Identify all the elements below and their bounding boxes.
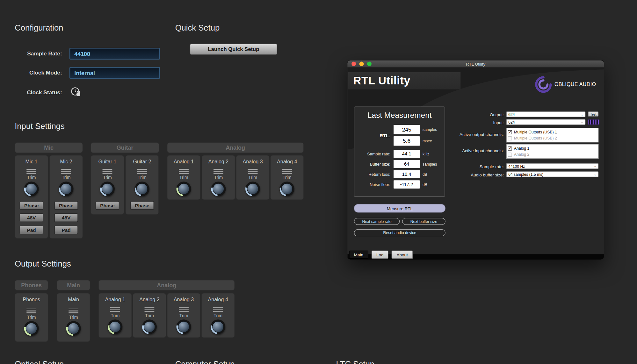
checkbox-unchecked-icon[interactable] — [508, 136, 512, 140]
knob-face — [178, 183, 190, 195]
rtl-samples-value: 245 — [394, 125, 420, 134]
sample-rate-dropdown[interactable]: 44100 Hz — [506, 163, 599, 169]
checkbox-checked-icon[interactable] — [508, 130, 512, 134]
channel-option[interactable]: Multiple Outputs (USB) 1 — [507, 129, 598, 135]
trim-knob[interactable] — [135, 182, 149, 196]
knob-face — [247, 183, 258, 195]
output-device-dropdown[interactable]: 624 — [506, 111, 586, 117]
window-titlebar[interactable]: RTL Utility — [347, 61, 604, 68]
trim-knob[interactable] — [211, 182, 226, 196]
channel-option[interactable]: Multiple Outputs (USB) 2 — [507, 135, 598, 141]
trim-label: Trim — [248, 175, 257, 181]
input-channel-mic-1: Mic 1 Trim Phase 48V Pad — [15, 155, 48, 239]
phase-button[interactable]: Phase — [96, 201, 119, 210]
tab-about[interactable]: About — [392, 251, 413, 259]
channel-label: Analog 3 — [242, 159, 263, 165]
checkbox-checked-icon[interactable] — [508, 146, 512, 150]
phantom-48v-button[interactable]: 48V — [54, 213, 78, 222]
trim-knob[interactable] — [24, 182, 39, 196]
trim-label: Trim — [179, 175, 188, 181]
trim-label: Trim — [283, 175, 292, 181]
clock-lock-icon — [70, 87, 81, 99]
trim-knob[interactable] — [280, 182, 294, 196]
channel-label: Analog 4 — [208, 296, 228, 303]
trim-knob[interactable] — [177, 319, 191, 334]
ltc-setup-title: LTC Setup — [336, 360, 374, 364]
trim-lines-icon — [179, 307, 189, 312]
channel-option[interactable]: Analog 1 — [507, 145, 598, 151]
trim-lines-icon — [61, 169, 71, 174]
output-channel-analog-4: Analog 4 Trim — [201, 293, 235, 338]
audio-control-app: Configuration Sample Rate: 44100 Clock M… — [0, 0, 637, 364]
trim-label: Trim — [69, 315, 78, 320]
channel-label: Mic 2 — [60, 159, 72, 165]
output-group-main: Main — [57, 280, 90, 290]
trim-label: Trim — [138, 175, 147, 181]
trim-knob[interactable] — [245, 182, 260, 196]
stat-unit: kHz — [423, 152, 429, 156]
clock-mode-field[interactable]: Internal — [69, 67, 160, 79]
checkbox-unchecked-icon[interactable] — [508, 153, 512, 157]
active-input-channels-list: Analog 1 Analog 2 — [506, 144, 599, 159]
trim-knob[interactable] — [59, 182, 74, 196]
trim-label: Trim — [27, 175, 36, 181]
phantom-48v-button[interactable]: 48V — [20, 213, 43, 222]
clock-status-label: Clock Status: — [8, 89, 62, 96]
output-channel-analog-2: Analog 2 Trim — [133, 293, 166, 338]
trim-knob[interactable] — [108, 319, 122, 334]
channel-label: Analog 1 — [174, 159, 194, 165]
output-channel-analog-1: Analog 1 Trim — [98, 293, 132, 338]
tab-main[interactable]: Main — [349, 251, 368, 259]
measure-rtl-button[interactable]: Measure RTL — [354, 204, 445, 213]
next-sample-rate-button[interactable]: Next sample rate — [354, 218, 400, 225]
reset-audio-device-button[interactable]: Reset audio device — [354, 229, 445, 236]
sample-rate-field[interactable]: 44100 — [69, 48, 160, 60]
pad-button[interactable]: Pad — [20, 226, 43, 234]
phase-button[interactable]: Phase — [54, 201, 78, 210]
input-settings-title: Input Settings — [15, 122, 65, 131]
tab-log[interactable]: Log — [372, 251, 388, 259]
chevron-down-icon — [581, 112, 583, 116]
input-device-dropdown[interactable]: 624 — [506, 119, 586, 125]
sample-rate-value: 44100 Hz — [508, 164, 525, 168]
next-buffer-size-button[interactable]: Next buffer size — [402, 218, 445, 225]
active-output-channels-label: Active output channels: — [444, 132, 504, 137]
rtl-label: RTL: — [354, 133, 394, 138]
rtl-samples-unit: samples — [423, 127, 437, 132]
quick-setup-title: Quick Setup — [175, 23, 220, 32]
channel-option[interactable]: Analog 2 — [507, 151, 598, 157]
trim-lines-icon — [137, 169, 147, 174]
trim-label: Trim — [145, 313, 154, 318]
trim-label: Trim — [103, 175, 112, 181]
trim-knob[interactable] — [66, 321, 81, 336]
trim-knob[interactable] — [24, 321, 39, 336]
knob-face — [213, 183, 224, 195]
input-channel-analog-4: Analog 4 Trim — [270, 155, 304, 200]
rtl-msec-unit: msec — [423, 139, 432, 143]
launch-quick-setup-button[interactable]: Launch Quick Setup — [190, 44, 277, 55]
trim-lines-icon — [179, 169, 189, 174]
knob-face — [102, 183, 113, 195]
brand: OBLIQUE AUDIO — [534, 75, 596, 93]
trim-knob[interactable] — [100, 182, 115, 196]
stat-label: Sample rate: — [354, 152, 394, 156]
knob-face — [136, 183, 148, 195]
channel-label: Analog 2 — [139, 296, 159, 303]
knob-face — [144, 321, 155, 332]
phase-button[interactable]: Phase — [130, 201, 154, 210]
trim-knob[interactable] — [177, 182, 191, 196]
trim-knob[interactable] — [142, 319, 157, 334]
audio-buffer-size-dropdown[interactable]: 64 samples (1.5 ms) — [506, 171, 599, 177]
sample-rate-label: Sample Rate: — [8, 51, 62, 57]
output-channel-analog-3: Analog 3 Trim — [167, 293, 200, 338]
trim-knob[interactable] — [211, 319, 225, 334]
input-channel-mic-2: Mic 2 Trim Phase 48V Pad — [49, 155, 83, 239]
test-button[interactable]: Test — [588, 111, 598, 117]
pad-button[interactable]: Pad — [54, 226, 78, 234]
phase-button[interactable]: Phase — [20, 201, 43, 210]
channel-label: Analog 3 — [174, 296, 194, 303]
stat-value: -117.2 — [394, 180, 420, 189]
channel-label: Main — [68, 296, 79, 303]
stat-unit: samples — [423, 162, 437, 166]
output-device-label: Output: — [444, 112, 504, 117]
